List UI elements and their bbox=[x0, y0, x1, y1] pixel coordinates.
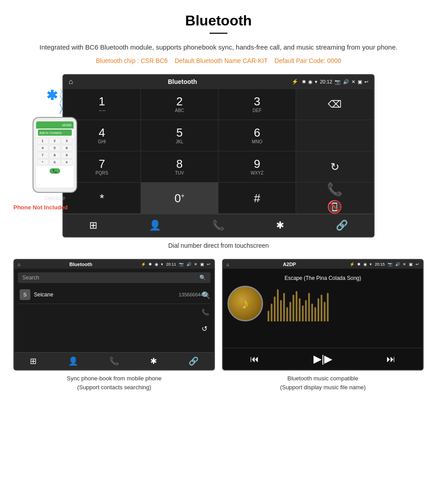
music-cam-icon: 📷 bbox=[388, 262, 392, 267]
equalizer bbox=[268, 286, 418, 321]
prev-button[interactable]: ⏮ bbox=[250, 354, 259, 364]
bluetooth-icon[interactable]: ✱ bbox=[276, 220, 284, 231]
pb-contacts-icon[interactable]: 👤 bbox=[68, 356, 78, 366]
next-button[interactable]: ⏭ bbox=[387, 354, 396, 364]
pb-bt-bottom-icon[interactable]: ✱ bbox=[150, 356, 157, 366]
eq-bar-3 bbox=[277, 289, 279, 321]
x-status-icon: ✕ bbox=[351, 79, 355, 85]
pb-dialpad-icon[interactable]: ⊞ bbox=[30, 356, 37, 366]
eq-bar-6 bbox=[286, 307, 288, 321]
search-placeholder: Search bbox=[22, 275, 39, 281]
pb-right-call[interactable]: 📞 bbox=[202, 308, 210, 316]
music-note-icon: ♪ bbox=[242, 296, 249, 312]
eq-bar-2 bbox=[274, 296, 276, 321]
key-9[interactable]: 9 WXYZ bbox=[218, 151, 296, 183]
call-red-button[interactable]: 📵 bbox=[327, 200, 342, 214]
pb-wifi-icon: ▾ bbox=[161, 262, 163, 267]
pb-usb-icon: ⚡ bbox=[141, 262, 146, 267]
pb-bt-icon: ✱ bbox=[148, 262, 152, 267]
wifi-status-icon: ▾ bbox=[315, 79, 317, 85]
album-art: ♪ bbox=[227, 286, 263, 321]
play-pause-button[interactable]: ▶|▶ bbox=[313, 353, 332, 365]
contact-row[interactable]: S Seicane 13566664466 bbox=[18, 286, 210, 304]
main-screen-area: ✱ 〉 〉 〉 MORE Add to Contacts 1 2 bbox=[0, 74, 437, 237]
phonebook-screen: ⌂ Bluetooth ⚡ ✱ ◉ ▾ 20:11 📷 🔊 ✕ ▣ ↩ Sear… bbox=[13, 259, 215, 371]
music-win-icon: ▣ bbox=[409, 262, 413, 267]
bt-status-icon: ✱ bbox=[302, 79, 306, 85]
key-0[interactable]: 0+ bbox=[141, 183, 218, 214]
search-bar[interactable]: Search 🔍 bbox=[18, 272, 210, 283]
status-icons: ✱ ◉ ▾ 20:12 📷 🔊 ✕ ▣ ↩ bbox=[302, 79, 368, 85]
key-5[interactable]: 5 JKL bbox=[141, 120, 218, 151]
music-visual: ♪ bbox=[227, 286, 418, 321]
pb-right-search[interactable]: 🔍 bbox=[202, 291, 210, 300]
spec-name: Default Bluetooth Name CAR-KIT bbox=[175, 57, 268, 64]
eq-bar-19 bbox=[327, 293, 329, 321]
bottom-screenshots: ⌂ Bluetooth ⚡ ✱ ◉ ▾ 20:11 📷 🔊 ✕ ▣ ↩ Sear… bbox=[13, 259, 424, 392]
eq-bar-8 bbox=[293, 295, 294, 321]
reload-button[interactable]: ↻ bbox=[296, 151, 374, 183]
page-description: Integrated with BC6 Bluetooth module, su… bbox=[36, 42, 401, 53]
music-statusbar: ⌂ A2DP ⚡ ✱ ◉ ▾ 20:15 📷 🔊 ✕ ▣ ↩ bbox=[223, 260, 423, 269]
eq-bar-5 bbox=[283, 293, 285, 321]
phone-icon[interactable]: 📞 bbox=[212, 220, 224, 231]
backspace-button[interactable]: ⌫ bbox=[296, 89, 374, 120]
pb-search-icon[interactable]: 🔍 bbox=[199, 275, 206, 281]
pb-cam-icon: 📷 bbox=[179, 262, 184, 267]
eq-bar-10 bbox=[299, 298, 301, 321]
music-x-icon: ✕ bbox=[403, 262, 406, 267]
home-icon[interactable]: ⌂ bbox=[69, 78, 73, 86]
dial-bottom-bar: ⊞ 👤 📞 ✱ 🔗 bbox=[63, 214, 374, 237]
time-display: 20:12 bbox=[320, 79, 332, 84]
music-bt-icon: ✱ bbox=[357, 262, 361, 267]
dialpad-grid: 1 ∽∽ 2 ABC 3 DEF ⌫ 4 GHI 5 JKL bbox=[63, 88, 374, 214]
dialpad-icon[interactable]: ⊞ bbox=[89, 220, 97, 231]
song-title: Escape (The Pina Colada Song) bbox=[284, 275, 361, 281]
music-usb-icon: ⚡ bbox=[350, 262, 355, 267]
music-controls: ⏮ ▶|▶ ⏭ bbox=[223, 348, 423, 370]
pb-loc-icon: ◉ bbox=[155, 262, 158, 267]
pb-home-icon[interactable]: ⌂ bbox=[18, 262, 21, 267]
key-8[interactable]: 8 TUV bbox=[141, 151, 218, 183]
eq-bar-9 bbox=[296, 291, 297, 321]
music-back-icon: ↩ bbox=[416, 262, 419, 267]
pb-phone-icon[interactable]: 📞 bbox=[109, 356, 119, 366]
eq-bar-1 bbox=[271, 304, 272, 321]
seicane-watermark: Seicane bbox=[13, 195, 96, 201]
key-2[interactable]: 2 ABC bbox=[141, 89, 218, 120]
music-caption: Bluetooth music compatible (Support disp… bbox=[222, 374, 424, 392]
eq-bar-13 bbox=[308, 293, 310, 321]
statusbar-title: Bluetooth bbox=[77, 78, 289, 85]
call-green-button[interactable]: 📞 bbox=[327, 182, 342, 197]
phonebook-block: ⌂ Bluetooth ⚡ ✱ ◉ ▾ 20:11 📷 🔊 ✕ ▣ ↩ Sear… bbox=[13, 259, 215, 392]
music-block: ⌂ A2DP ⚡ ✱ ◉ ▾ 20:15 📷 🔊 ✕ ▣ ↩ Escape (T… bbox=[222, 259, 424, 392]
music-home-icon[interactable]: ⌂ bbox=[227, 262, 229, 267]
phone-illustration: MORE Add to Contacts 1 2 3 4 5 6 7 8 9 *… bbox=[33, 117, 77, 193]
phonebook-content: Search 🔍 S Seicane 13566664466 bbox=[14, 269, 214, 308]
phone-not-included-label: Phone Not Included bbox=[13, 204, 96, 211]
music-content: Escape (The Pina Colada Song) ♪ bbox=[223, 269, 423, 321]
contact-name: Seicane bbox=[34, 292, 179, 298]
pb-link-icon[interactable]: 🔗 bbox=[189, 356, 198, 366]
pb-right-sync[interactable]: ↺ bbox=[202, 325, 210, 333]
link-icon[interactable]: 🔗 bbox=[336, 220, 348, 231]
music-vol-icon: 🔊 bbox=[395, 262, 400, 267]
vol-status-icon: 🔊 bbox=[343, 79, 349, 85]
page-title: Bluetooth bbox=[0, 12, 437, 29]
camera-status-icon: 📷 bbox=[334, 79, 341, 85]
key-3[interactable]: 3 DEF bbox=[218, 89, 296, 120]
pb-vol-icon: 🔊 bbox=[186, 262, 191, 267]
contacts-icon[interactable]: 👤 bbox=[149, 220, 161, 231]
bt-icon-large: ✱ bbox=[46, 87, 58, 103]
pb-statusbar: ⌂ Bluetooth ⚡ ✱ ◉ ▾ 20:11 📷 🔊 ✕ ▣ ↩ bbox=[14, 260, 214, 269]
eq-bar-12 bbox=[305, 300, 307, 321]
eq-bar-4 bbox=[280, 300, 282, 321]
music-time: 20:15 bbox=[375, 262, 385, 267]
key-6[interactable]: 6 MNO bbox=[218, 120, 296, 151]
empty-cell-1 bbox=[296, 120, 374, 151]
loc-status-icon: ◉ bbox=[308, 79, 313, 85]
eq-bar-16 bbox=[317, 298, 319, 321]
pb-time: 20:11 bbox=[166, 262, 176, 267]
key-hash[interactable]: # bbox=[218, 183, 296, 214]
back-status-icon: ↩ bbox=[364, 79, 368, 85]
